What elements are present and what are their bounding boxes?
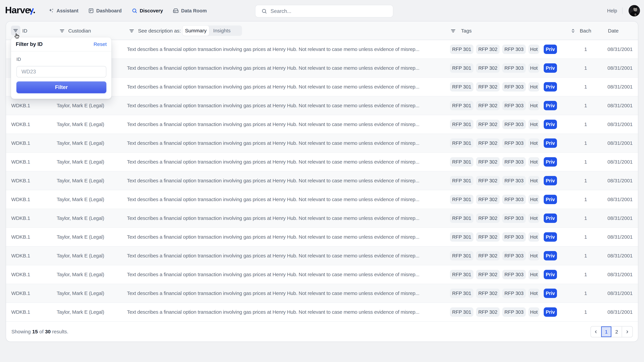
svg-text:Harve: Harve	[5, 5, 30, 15]
